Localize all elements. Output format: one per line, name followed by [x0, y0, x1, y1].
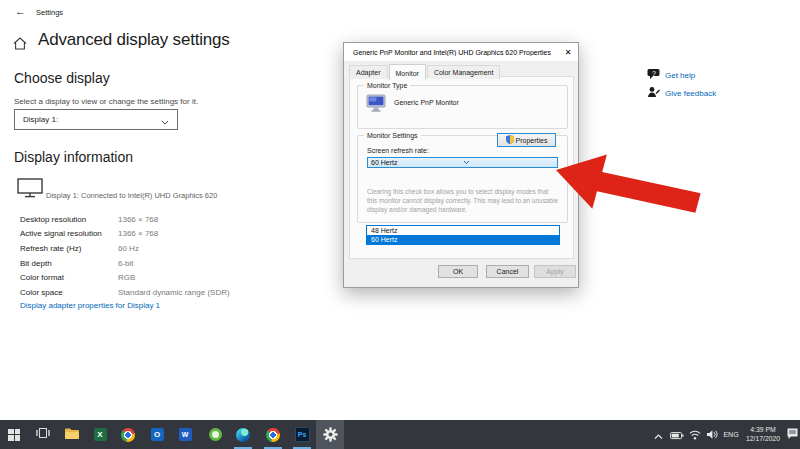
table-row: Color spaceStandard dynamic range (SDR)	[20, 285, 280, 300]
clock-date: 12/17/2020	[746, 435, 780, 444]
word-button[interactable]: W	[171, 420, 199, 449]
properties-button[interactable]: Properties	[497, 133, 556, 147]
option-48-hertz[interactable]: 48 Hertz	[367, 226, 559, 235]
word-icon: W	[179, 428, 192, 441]
option-60-hertz[interactable]: 60 Hertz	[367, 235, 559, 244]
action-center-icon	[786, 426, 799, 444]
app-title: Settings	[36, 8, 63, 17]
display-information-heading: Display information	[14, 149, 133, 165]
row-value: 60 Hz	[118, 244, 139, 253]
start-button[interactable]	[0, 420, 28, 449]
tab-adapter[interactable]: Adapter	[349, 65, 388, 79]
refresh-rate-combobox[interactable]: 60 Hertz	[367, 157, 558, 168]
display-info-table: Desktop resolution1366 × 768 Active sign…	[20, 212, 280, 300]
get-help-link[interactable]: Get help	[665, 71, 695, 80]
desktop-screen: ← Settings Advanced display settings Cho…	[0, 0, 800, 449]
give-feedback-icon	[647, 84, 660, 102]
get-help-icon: ?	[647, 66, 660, 84]
settings-button[interactable]	[316, 420, 344, 449]
monitor-settings-group: Monitor Settings Screen refresh rate: 60…	[357, 135, 568, 223]
row-value: Standard dynamic range (SDR)	[118, 288, 230, 297]
table-row: Desktop resolution1366 × 768	[20, 212, 280, 227]
wifi-icon	[689, 426, 701, 444]
display-adapter-properties-link[interactable]: Display adapter properties for Display 1	[20, 301, 160, 310]
taskbar: X O W Ps	[0, 420, 800, 449]
monitor-properties-dialog: Generic PnP Monitor and Intel(R) UHD Gra…	[343, 42, 579, 288]
monitor-settings-legend: Monitor Settings	[364, 132, 421, 140]
monitor-icon	[17, 178, 44, 202]
outlook-button[interactable]: O	[143, 420, 171, 449]
clock[interactable]: 4:39 PM 12/17/2020	[742, 420, 784, 449]
task-view-button[interactable]	[29, 420, 57, 449]
give-feedback-link[interactable]: Give feedback	[665, 89, 716, 98]
photoshop-button[interactable]: Ps	[288, 420, 316, 449]
speaker-icon	[706, 426, 719, 444]
row-value: 1366 × 768	[118, 215, 158, 224]
network-status[interactable]	[687, 420, 703, 449]
gear-icon	[323, 427, 338, 442]
refresh-rate-warning: Clearing this check box allows you to se…	[367, 188, 560, 214]
monitor-device-icon	[366, 94, 387, 116]
edge-button[interactable]	[229, 420, 257, 449]
row-value: RGB	[118, 273, 135, 282]
cancel-button[interactable]: Cancel	[486, 265, 529, 278]
chrome-2-button[interactable]	[259, 420, 287, 449]
action-center-button[interactable]	[784, 420, 800, 449]
display-connection-text: Display 1: Connected to Intel(R) UHD Gra…	[46, 191, 217, 200]
home-icon	[13, 36, 27, 54]
row-label: Active signal resolution	[20, 229, 118, 238]
table-row: Active signal resolution1366 × 768	[20, 227, 280, 242]
row-label: Color space	[20, 288, 118, 297]
monitor-type-legend: Monitor Type	[364, 82, 410, 90]
edge-icon	[236, 428, 250, 442]
monitor-name: Generic PnP Monitor	[394, 99, 459, 106]
tab-color-management[interactable]: Color Management	[427, 65, 501, 79]
file-explorer-button[interactable]	[58, 420, 86, 449]
chrome-icon	[121, 428, 135, 442]
tab-monitor[interactable]: Monitor	[389, 64, 426, 80]
green-app-button[interactable]	[201, 420, 229, 449]
tray-expand-button[interactable]	[650, 420, 666, 449]
green-app-icon	[209, 428, 222, 441]
page-title: Advanced display settings	[38, 30, 230, 50]
outlook-icon: O	[151, 428, 164, 441]
ok-button[interactable]: OK	[438, 265, 478, 278]
chevron-up-icon	[654, 426, 663, 444]
language-indicator[interactable]: ENG	[721, 420, 741, 449]
monitor-type-group: Monitor Type Generic PnP Monitor	[357, 85, 568, 129]
close-icon[interactable]: ✕	[558, 48, 578, 57]
monitor-tab-panel: Monitor Type Generic PnP Monitor	[349, 76, 574, 259]
table-row: Color formatRGB	[20, 270, 280, 285]
table-row: Bit depth6-bit	[20, 256, 280, 271]
chrome-button[interactable]	[114, 420, 142, 449]
folder-icon	[64, 426, 80, 444]
dialog-titlebar: Generic PnP Monitor and Intel(R) UHD Gra…	[344, 43, 578, 61]
row-label: Refresh rate (Hz)	[20, 244, 118, 253]
row-label: Desktop resolution	[20, 215, 118, 224]
display-select[interactable]: Display 1:	[14, 109, 178, 130]
volume-status[interactable]	[704, 420, 721, 449]
windows-logo-icon	[8, 429, 20, 441]
row-value: 1366 × 768	[118, 229, 158, 238]
dialog-title: Generic PnP Monitor and Intel(R) UHD Gra…	[344, 49, 558, 56]
row-label: Bit depth	[20, 259, 118, 268]
choose-display-heading: Choose display	[14, 70, 110, 86]
refresh-rate-value: 60 Hertz	[371, 159, 463, 166]
chrome-icon	[266, 428, 280, 442]
give-feedback-row[interactable]: Give feedback	[647, 84, 716, 102]
properties-button-label: Properties	[516, 137, 548, 144]
table-row: Refresh rate (Hz)60 Hz	[20, 241, 280, 256]
excel-button[interactable]: X	[86, 420, 114, 449]
excel-icon: X	[94, 428, 107, 441]
choose-display-description: Select a display to view or change the s…	[14, 97, 198, 106]
photoshop-icon: Ps	[295, 427, 310, 442]
back-arrow-icon[interactable]: ←	[15, 5, 26, 17]
get-help-row[interactable]: ? Get help	[647, 66, 695, 84]
chevron-down-icon	[161, 111, 169, 129]
task-view-icon	[35, 426, 51, 444]
apply-button[interactable]: Apply	[534, 265, 576, 278]
clock-time: 4:39 PM	[746, 426, 780, 435]
battery-status[interactable]	[668, 420, 685, 449]
row-value: 6-bit	[118, 259, 134, 268]
display-select-value: Display 1:	[23, 115, 161, 124]
